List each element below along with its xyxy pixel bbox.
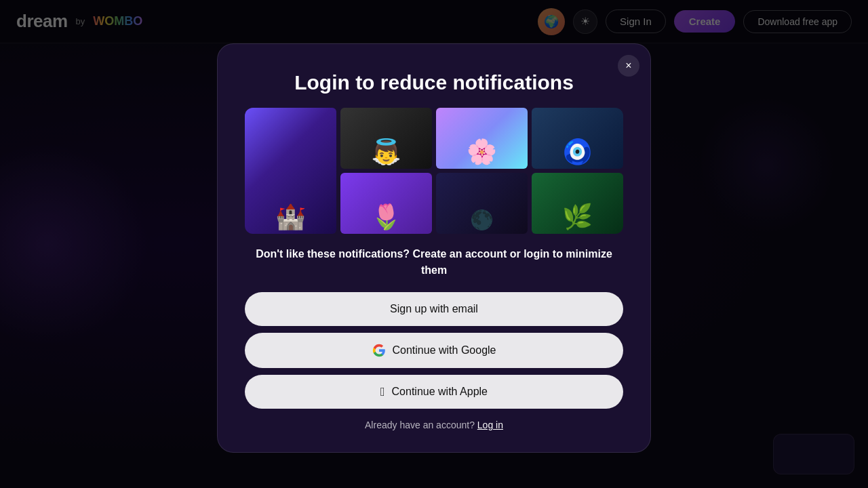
continue-google-button[interactable]: Continue with Google — [245, 333, 623, 368]
artwork-grid — [245, 108, 623, 234]
artwork-angel — [340, 108, 432, 169]
artwork-dark1 — [436, 173, 528, 234]
artwork-castle — [245, 108, 336, 234]
google-icon — [372, 344, 386, 357]
signup-email-button[interactable]: Sign up with email — [245, 292, 623, 326]
close-icon: × — [625, 60, 631, 72]
modal-close-button[interactable]: × — [618, 55, 639, 77]
login-prompt-text: Already have an account? — [365, 420, 475, 430]
artwork-sakura — [436, 108, 528, 169]
modal-subtitle: Don't like these notifications? Create a… — [245, 246, 623, 279]
login-link[interactable]: Log in — [477, 420, 503, 430]
email-button-label: Sign up with email — [390, 303, 478, 315]
artwork-woman-flower — [340, 173, 432, 234]
google-button-label: Continue with Google — [393, 344, 496, 357]
apple-button-label: Continue with Apple — [392, 386, 488, 398]
login-modal: × Login to reduce notifications Don't li… — [217, 43, 651, 453]
apple-icon:  — [380, 386, 385, 398]
login-link-area: Already have an account? Log in — [245, 420, 623, 430]
modal-overlay[interactable]: × Login to reduce notifications Don't li… — [0, 0, 868, 488]
artwork-blue-woman — [532, 108, 623, 169]
artwork-green-woman — [532, 173, 623, 234]
continue-apple-button[interactable]:  Continue with Apple — [245, 375, 623, 409]
modal-title: Login to reduce notifications — [245, 71, 623, 94]
